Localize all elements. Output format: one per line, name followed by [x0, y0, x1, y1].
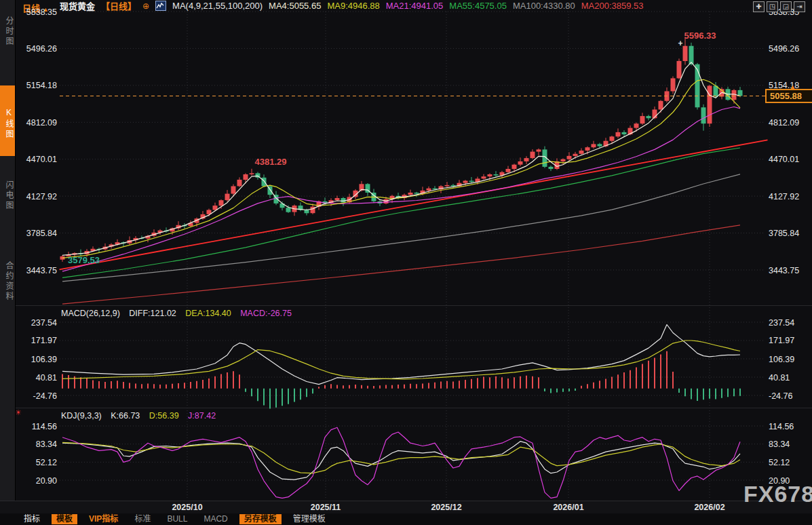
svg-text:52.12: 52.12 [769, 458, 790, 467]
symbol-title: 现货黄金 [60, 0, 95, 12]
header-icon-group: ✚ ◳ ◲ ⇥ [753, 1, 805, 12]
svg-text:171.97: 171.97 [31, 336, 57, 345]
svg-text:52.12: 52.12 [36, 458, 57, 467]
svg-text:-24.76: -24.76 [769, 391, 792, 401]
line-trendline [60, 140, 768, 269]
svg-text:83.34: 83.34 [36, 440, 57, 449]
macd-diff-value: DIFF:121.02 [129, 309, 176, 318]
period-arrow-icon: ▲ [43, 6, 49, 13]
watermark: FX678 [743, 481, 812, 507]
tab-vip-indicators[interactable]: VIP指标 [84, 514, 123, 524]
macd-header: MACD(26,12,9) DIFF:121.02 DEA:134.40 MAC… [61, 309, 298, 318]
chart-layers [60, 12, 768, 499]
svg-text:4127.92: 4127.92 [769, 192, 799, 201]
svg-text:4812.09: 4812.09 [26, 118, 57, 128]
ma4-value: MA4:5055.65 [269, 1, 321, 11]
svg-text:4812.09: 4812.09 [769, 118, 799, 128]
tab-bull[interactable]: BULL [162, 514, 192, 524]
candles [60, 38, 743, 262]
add-icon[interactable]: ⊕ [142, 1, 149, 11]
sidebar-item-contract-info[interactable]: 合约资料 [0, 239, 15, 324]
line-MA4 [62, 62, 740, 256]
kdj-d-line [62, 442, 740, 473]
svg-text:3785.84: 3785.84 [769, 229, 799, 238]
sidebar: 分时图 K线图 闪电图 合约资料 [0, 0, 16, 501]
kdj-d-value: D:56.39 [149, 411, 179, 421]
macd-dea-value: DEA:134.40 [185, 309, 231, 318]
svg-text:237.54: 237.54 [769, 318, 794, 328]
chart-canvas: 3579.534381.295596.33+5838.355838.355496… [0, 0, 812, 525]
ma55-value: MA55:4575.05 [449, 1, 507, 11]
ma9-value: MA9:4946.88 [327, 1, 379, 11]
svg-text:-24.76: -24.76 [33, 391, 57, 401]
tab-indicators[interactable]: 指标 [19, 514, 45, 524]
line-MA200 [62, 225, 740, 304]
macd-dea-line [62, 341, 740, 379]
line-MA55 [62, 148, 740, 277]
svg-text:171.97: 171.97 [769, 336, 794, 345]
price-alert-icon[interactable]: ▲ [790, 83, 796, 90]
timeline-strip [0, 501, 812, 514]
line-MA100 [62, 174, 740, 281]
svg-text:237.54: 237.54 [31, 318, 57, 328]
svg-text:40.81: 40.81 [36, 373, 57, 383]
svg-text:+: + [678, 39, 682, 48]
kdj-k-line [62, 442, 740, 480]
current-price-tag: 5055.88 [765, 89, 812, 103]
chart-type-icon[interactable] [155, 1, 166, 11]
kdj-k-value: K:66.73 [111, 411, 140, 421]
gridlines [60, 12, 765, 499]
ma-group-label: MA(4,9,21,55,100,200) [172, 1, 263, 11]
app-window: 3579.534381.295596.33+5838.355838.355496… [0, 0, 812, 525]
svg-text:20.90: 20.90 [36, 476, 57, 486]
svg-text:5154.18: 5154.18 [26, 81, 57, 90]
svg-text:4381.29: 4381.29 [255, 157, 287, 167]
line-MA9 [62, 79, 740, 258]
tab-templates[interactable]: 模板 [52, 514, 77, 524]
period-label: 日线 [22, 3, 40, 14]
kdj-j-line [62, 427, 740, 498]
scale-right-icon[interactable]: ◲ [780, 1, 792, 12]
bottom-toolbar: 指标 模板 VIP指标 标准 BULL MACD 另存模板 管理模板 [0, 513, 812, 525]
collapse-right-icon[interactable]: ⇥ [794, 1, 805, 12]
ma21-value: MA21:4941.05 [386, 1, 444, 11]
scale-left-icon[interactable]: ◳ [767, 1, 778, 12]
macd-macd-value: MACD:-26.75 [240, 309, 292, 318]
macd-histogram [62, 351, 740, 409]
kdj-header: KDJ(9,3,3) K:66.73 D:56.39 J:87.42 [61, 411, 223, 421]
chart-header: 现货黄金 【日线】 ⊕ MA(4,9,21,55,100,200) MA4:50… [60, 0, 644, 12]
svg-text:106.39: 106.39 [31, 355, 57, 364]
move-icon[interactable]: ✚ [753, 1, 765, 12]
sidebar-item-lightning[interactable]: 闪电图 [0, 163, 15, 229]
svg-text:3443.75: 3443.75 [26, 266, 57, 275]
svg-text:114.56: 114.56 [32, 422, 57, 431]
svg-text:106.39: 106.39 [769, 355, 794, 364]
tab-macd[interactable]: MACD [199, 514, 232, 524]
svg-text:3579.53: 3579.53 [68, 255, 100, 265]
svg-text:5596.33: 5596.33 [684, 31, 716, 41]
panel-divider[interactable] [15, 305, 812, 306]
svg-text:83.34: 83.34 [769, 440, 790, 449]
tab-manage-templates[interactable]: 管理模板 [288, 514, 330, 524]
svg-text:114.56: 114.56 [769, 422, 794, 431]
svg-text:4470.01: 4470.01 [26, 155, 57, 164]
macd-title: MACD(26,12,9) [61, 309, 120, 318]
svg-text:4470.01: 4470.01 [769, 155, 799, 164]
tab-save-template[interactable]: 另存模板 [239, 514, 282, 524]
sidebar-item-kline[interactable]: K线图 [0, 85, 15, 156]
kdj-title: KDJ(9,3,3) [61, 411, 102, 421]
panel-divider[interactable] [15, 408, 812, 408]
ma200-value: MA200:3859.53 [581, 1, 644, 11]
line-MA21 [62, 107, 740, 272]
svg-text:3443.75: 3443.75 [769, 266, 799, 275]
macd-diff-line [62, 325, 740, 385]
alert-dot-icon[interactable]: ☀ [15, 408, 22, 417]
svg-text:5496.26: 5496.26 [26, 44, 57, 54]
tab-standard[interactable]: 标准 [130, 514, 155, 524]
svg-text:40.81: 40.81 [769, 373, 790, 383]
sidebar-item-timeshare[interactable]: 分时图 [0, 4, 15, 58]
period-selector[interactable]: 日线 ▲ [22, 1, 49, 14]
period-tag[interactable]: 【日线】 [101, 0, 136, 12]
svg-text:3785.84: 3785.84 [26, 229, 57, 238]
kdj-j-value: J:87.42 [188, 411, 216, 421]
